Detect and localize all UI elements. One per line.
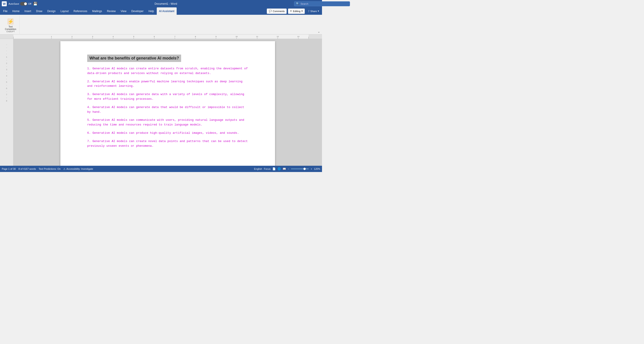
autosave-label: AutoSave [8,2,19,5]
chatgpt-label: ChatGPT [6,30,15,33]
autosave-state: Off [28,2,31,5]
ribbon-tabs: File Home Insert Draw Design Layout Refe… [0,8,322,15]
zoom-level[interactable]: 120% [314,168,320,170]
share-button[interactable]: ⤴ Share ▾ [306,8,321,14]
editing-dropdown-icon: ▾ [302,10,303,12]
paragraph-1: 1. Generative AI models can create entir… [87,66,248,76]
zoom-thumb [304,168,306,170]
tab-review[interactable]: Review [105,8,118,15]
svg-text:13: 13 [298,36,300,38]
document-page: What are the benefits of generative AI m… [60,41,275,166]
paragraph-3: 3. Generative AI models can generate dat… [87,92,248,102]
paragraph-2: 2. Generative AI models enable powerful … [87,80,248,89]
search-icon: 🔍 [296,2,299,5]
print-layout-icon[interactable]: 📄 [272,167,276,170]
svg-text:6: 6 [154,36,155,38]
accessibility-icon: ⚠ [63,168,66,170]
svg-text:5: 5 [133,36,134,38]
web-layout-icon[interactable]: 🌐 [278,167,281,170]
svg-text:1: 1 [51,36,52,38]
left-margin: - - - - 1 - 2 - 3 - 4 - 5 - 6 - 7 - 8 [0,39,14,166]
ribbon-right-area: 💬 Comments ✏ Editing ▾ ⤴ Share ▾ [267,8,321,14]
tab-file[interactable]: File [1,8,10,15]
tab-references[interactable]: References [71,8,90,15]
paragraph-5: 5. Generative AI models can communicate … [87,118,248,127]
svg-text:9: 9 [216,36,217,38]
editing-button[interactable]: ✏ Editing ▾ [288,8,305,14]
title-bar: W AutoSave Off 💾 Document1 - Word 🔍 Sear… [0,0,322,8]
svg-text:4: 4 [113,36,114,38]
paragraph-7: 7. Generative AI models can create novel… [87,139,248,148]
read-view-icon[interactable]: 📖 [283,167,286,170]
text-completion-button[interactable]: ⚡ TextCompletion ChatGPT [4,16,18,34]
focus-button[interactable]: Focus [264,168,270,170]
document-area[interactable]: What are the benefits of generative AI m… [14,39,322,166]
tab-design[interactable]: Design [45,8,58,15]
tab-ai-assistant[interactable]: AI Assistant [157,8,177,15]
paragraph-6: 6. Generative AI models can produce high… [87,131,248,136]
text-completion-icon: ⚡ [6,18,14,26]
main-area: - - - - 1 - 2 - 3 - 4 - 5 - 6 - 7 - 8 Wh… [0,39,322,166]
share-icon: ⤴ [308,10,310,12]
comment-icon: 💬 [269,10,272,12]
share-dropdown-icon: ▾ [318,10,319,12]
status-bar: Page 1 of 30 8 of 4167 words Text Predic… [0,166,322,172]
zoom-minus[interactable]: − [288,168,289,170]
page-info-text: Page 1 of 30 [2,168,16,170]
tab-draw[interactable]: Draw [34,8,44,15]
tab-help[interactable]: Help [146,8,156,15]
search-placeholder: Search [300,2,308,5]
autosave-toggle[interactable] [20,2,27,6]
svg-text:8: 8 [195,36,196,38]
text-completion-label: TextCompletion [5,26,16,30]
svg-text:3: 3 [92,36,93,38]
tab-insert[interactable]: Insert [22,8,33,15]
document-title: Document1 - Word [39,2,292,5]
editing-label: Editing [293,10,300,12]
ruler-inner: 1 2 3 4 5 6 7 8 9 10 11 12 13 [0,34,322,39]
ruler: 1 2 3 4 5 6 7 8 9 10 11 12 13 [0,34,322,39]
svg-text:2: 2 [72,36,73,38]
accessibility-area[interactable]: ⚠ Accessibility: Investigate [63,168,93,170]
text-predictions[interactable]: Text Predictions: On [39,168,60,170]
tab-developer[interactable]: Developer [129,8,146,15]
editing-pencil-icon: ✏ [290,10,292,12]
tab-home[interactable]: Home [10,8,22,15]
search-box[interactable]: 🔍 Search [294,1,322,6]
save-icon[interactable]: 💾 [33,2,38,6]
share-label: Share [310,10,317,12]
ribbon-expand-button[interactable]: ⌄ [318,30,320,33]
autosave-area: AutoSave Off [8,2,31,6]
svg-text:⚡: ⚡ [8,18,14,24]
svg-text:7: 7 [174,36,176,38]
zoom-slider[interactable] [291,168,309,169]
text-predictions-text: Text Predictions: On [39,168,60,170]
paragraph-4: 4. Generative AI models can generate dat… [87,105,248,114]
comments-label: Comments [273,10,285,12]
ribbon-content: ⚡ TextCompletion ChatGPT ⌄ [0,15,322,34]
tab-layout[interactable]: Layout [58,8,71,15]
ribbon-group-ai: ⚡ TextCompletion ChatGPT [2,16,20,34]
tab-view[interactable]: View [118,8,129,15]
page-info[interactable]: Page 1 of 30 [2,168,16,170]
status-right: English Focus 📄 🌐 📖 − + 120% [254,167,320,170]
tab-mailings[interactable]: Mailings [90,8,104,15]
zoom-plus[interactable]: + [310,168,312,170]
svg-text:11: 11 [256,36,258,38]
word-icon: W [2,1,7,6]
svg-text:10: 10 [236,36,238,38]
document-heading: What are the benefits of generative AI m… [87,54,181,62]
svg-text:12: 12 [277,36,279,38]
language-text[interactable]: English [254,168,262,170]
word-count-text: 8 of 4167 words [18,168,36,170]
accessibility-text: Accessibility: Investigate [66,168,93,170]
comments-button[interactable]: 💬 Comments [267,8,287,14]
word-count[interactable]: 8 of 4167 words [18,168,36,170]
